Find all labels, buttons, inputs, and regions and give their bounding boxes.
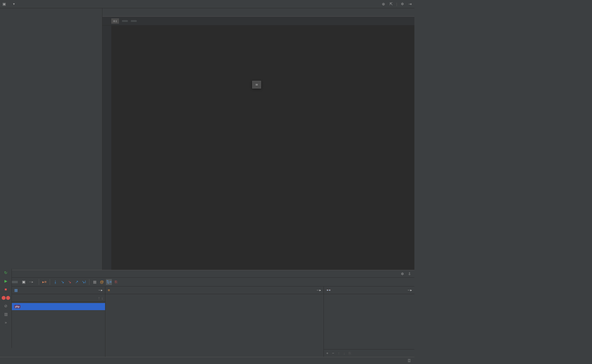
at-icon[interactable]: @ [99,279,105,285]
gutter[interactable] [102,25,111,270]
status-inspector-icon[interactable]: ☲ [408,359,411,363]
breadcrumb-nav-icon[interactable]: ≡↕ [111,18,119,24]
collapse-icon[interactable]: ⇱ [389,1,394,7]
frame-up-icon[interactable]: ↑ [98,296,100,300]
mute-breakpoints-icon[interactable]: ⊘ [3,303,9,308]
console-icon: ▣ [22,280,25,284]
breadcrumb-method[interactable] [131,20,137,22]
settings-icon[interactable]: ✲ [400,1,405,7]
frame-down-icon[interactable]: ↓ [101,296,103,300]
variables-pane: ≡ →▸ [105,286,324,357]
force-step-into-icon[interactable]: ↘ [67,279,73,285]
project-dropdown-icon[interactable]: ▼ [12,2,15,6]
debug-toolbar: ▣→▸ ▸≡ ⭳ ↘ ↘ ↗ ↘I ▦ @ ⇅≡ ⎘ [0,278,414,286]
add-watch-icon[interactable]: + [326,351,329,355]
breadcrumb[interactable]: ≡↕ [102,17,414,25]
debugger-tab[interactable] [12,281,18,283]
evaluate-icon[interactable]: ▦ [92,279,98,285]
debug-gear-icon[interactable]: ✲ [400,271,405,276]
hide-icon[interactable]: ⇥ [407,1,413,7]
statusbar: ☲ [0,357,414,364]
frame-row[interactable]: php [12,303,105,310]
debug-side-toolbar: ↻ ▶ ■ ⬤⬤ ⊘ ▥ » [0,269,12,348]
debug-hide-icon[interactable]: ⇩ [407,271,412,276]
watch-up-icon[interactable]: ↑ [338,351,340,355]
value-tooltip: = [252,81,261,88]
settings-icon[interactable]: ▥ [3,311,9,317]
watches-pane: 👓 →▸ + − ↑ ↓ ⎘ [324,286,414,357]
sort-icon[interactable]: ⇅≡ [106,279,112,285]
project-icon: ▣ [2,2,7,7]
debug-tool-window-header[interactable]: php ✲ ⇩ [0,270,414,278]
console-tab[interactable]: ▣→▸ [19,278,36,285]
step-over-icon[interactable]: ⭳ [52,279,58,285]
step-into-icon[interactable]: ↘ [59,279,65,285]
frames-pane: ▦ →▸ ↑↓ php [12,286,105,357]
watches-menu-icon[interactable]: →▸ [407,288,412,292]
editor-tabs [102,8,414,17]
run-to-cursor-icon[interactable]: ↘I [81,279,87,285]
watch-down-icon[interactable]: ↓ [343,351,345,355]
frames-dropdown-icon[interactable]: →▸ [98,288,103,292]
show-exec-point-icon[interactable]: ▸≡ [41,279,47,285]
duplicate-watch-icon[interactable]: ⎘ [349,351,351,355]
php-file-icon: php [14,305,20,308]
project-toolbar: ▣ ▼ ⊕ ⇱ | ✲ ⇥ [0,0,414,8]
locate-icon[interactable]: ⊕ [381,1,386,7]
variables-icon: ≡ [108,288,110,292]
breadcrumb-namespace[interactable] [122,20,128,22]
frames-icon: ▦ [14,288,18,292]
rerun-icon[interactable]: ↻ [3,270,9,275]
view-breakpoints-icon[interactable]: ⬤⬤ [3,295,9,300]
project-tree[interactable] [0,8,102,270]
remove-watch-icon[interactable]: − [332,351,334,355]
editor-area: ≡↕ = [102,8,414,270]
step-out-icon[interactable]: ↗ [74,279,80,285]
stop-icon[interactable]: ■ [3,286,9,292]
more-icon[interactable]: » [3,320,9,325]
watches-icon: 👓 [326,288,331,292]
code-editor[interactable]: = [102,25,414,270]
copy-icon[interactable]: ⎘ [113,279,119,285]
resume-icon[interactable]: ▶ [3,278,9,284]
variables-menu-icon[interactable]: →▸ [316,288,321,292]
